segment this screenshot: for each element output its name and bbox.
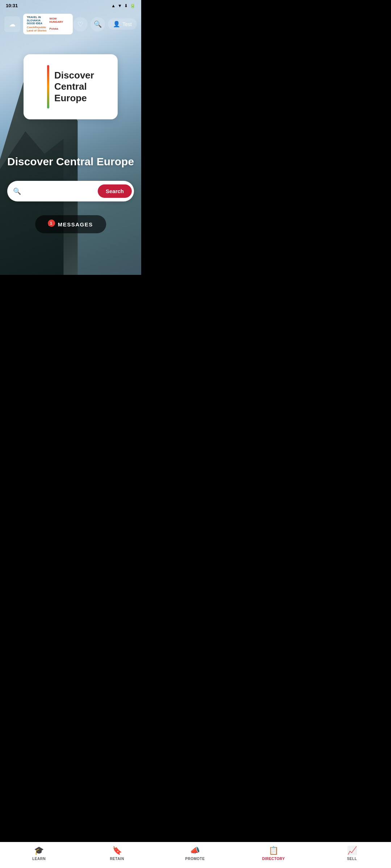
logo-czech-republic: CzechRepublicLand of Stories [27, 26, 47, 32]
messages-button[interactable]: ✉ 1 MESSAGES [35, 215, 106, 233]
hero-title: Discover Central Europe [7, 156, 134, 168]
logo-wow-hungary: WOWHUNGARY [50, 17, 70, 24]
search-magnifier-icon: 🔍 [13, 187, 21, 195]
cloud-upload-button[interactable]: ☁ [4, 16, 20, 32]
partner-logos: TRAVEL INSLOVAKIAGOOD IDEA WOWHUNGARY Cz… [23, 14, 73, 34]
envelope-icon-wrap: ✉ 1 [48, 220, 54, 228]
messages-label: MESSAGES [58, 221, 93, 227]
messages-badge: 1 [48, 220, 55, 227]
user-label: Test [122, 21, 132, 27]
battery-icon: 🔋 [130, 3, 135, 8]
search-button-header[interactable]: 🔍 [91, 17, 105, 31]
logo-polska: Polska [50, 27, 70, 31]
download-icon: ⬇ [124, 3, 128, 8]
user-profile-button[interactable]: 👤 Test [108, 18, 137, 30]
favorites-button[interactable]: ♡ [73, 17, 88, 31]
status-bar: 10:31 ▲ ▼ ⬇ 🔋 [0, 0, 141, 10]
color-stripe [47, 65, 49, 109]
wifi-icon: ▼ [118, 3, 122, 8]
search-bar: 🔍 Search [7, 181, 134, 201]
logo-travel-slovakia: TRAVEL INSLOVAKIAGOOD IDEA [27, 16, 47, 25]
status-icons: ▲ ▼ ⬇ 🔋 [111, 3, 135, 8]
signal-icon: ▲ [111, 3, 115, 8]
user-icon: 👤 [113, 21, 120, 27]
cloud-icon: ☁ [9, 20, 16, 28]
search-submit-button[interactable]: Search [98, 184, 132, 198]
header-right: ♡ 🔍 👤 Test [73, 17, 137, 31]
discover-logo-card: Discover Central Europe [24, 54, 118, 119]
status-time: 10:31 [6, 3, 18, 8]
search-icon: 🔍 [94, 20, 102, 28]
logo-card-text: Discover Central Europe [54, 70, 94, 104]
logo-group: TRAVEL INSLOVAKIAGOOD IDEA WOWHUNGARY Cz… [27, 16, 69, 32]
app-header: ☁ TRAVEL INSLOVAKIAGOOD IDEA WOWHUNGARY … [0, 11, 141, 37]
heart-icon: ♡ [77, 20, 83, 28]
header-left: ☁ TRAVEL INSLOVAKIAGOOD IDEA WOWHUNGARY … [4, 14, 73, 34]
search-input[interactable] [24, 188, 98, 195]
hero-background: ☁ TRAVEL INSLOVAKIAGOOD IDEA WOWHUNGARY … [0, 0, 141, 275]
